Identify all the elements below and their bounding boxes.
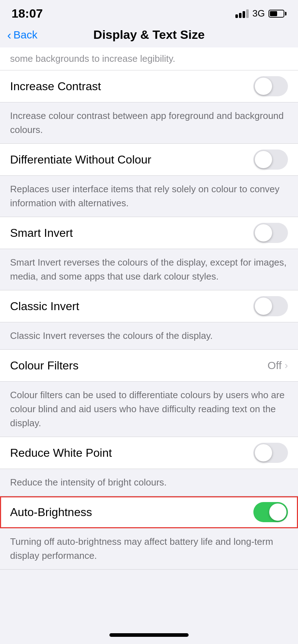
settings-list: Increase ContrastIncrease colour contras… xyxy=(0,70,298,570)
settings-row-classic-invert: Classic Invert xyxy=(0,290,298,322)
toggle-thumb xyxy=(255,224,272,242)
label-reduce-white-point: Reduce White Point xyxy=(10,446,112,460)
description-smart-invert: Smart Invert reverses the colours of the… xyxy=(0,249,298,290)
description-text-reduce-white-point: Reduce the intensity of bright colours. xyxy=(10,477,167,488)
status-right: 3G xyxy=(235,8,286,19)
description-text-smart-invert: Smart Invert reverses the colours of the… xyxy=(10,257,286,282)
toggle-thumb xyxy=(269,503,286,521)
description-classic-invert: Classic Invert reverses the colours of t… xyxy=(0,322,298,350)
description-text-increase-contrast: Increase colour contrast between app for… xyxy=(10,110,284,135)
page-title: Display & Text Size xyxy=(93,28,204,42)
description-text-differentiate-without-colour: Replaces user interface items that rely … xyxy=(10,184,280,208)
toggle-thumb xyxy=(255,151,272,168)
settings-row-smart-invert: Smart Invert xyxy=(0,217,298,249)
toggle-differentiate-without-colour[interactable] xyxy=(253,150,288,170)
description-increase-contrast: Increase colour contrast between app for… xyxy=(0,102,298,144)
description-text-colour-filters: Colour filters can be used to differenti… xyxy=(10,390,285,428)
signal-bars-icon xyxy=(235,9,249,18)
toggle-classic-invert[interactable] xyxy=(253,296,288,316)
label-differentiate-without-colour: Differentiate Without Colour xyxy=(10,153,151,166)
label-classic-invert: Classic Invert xyxy=(10,300,79,313)
label-smart-invert: Smart Invert xyxy=(10,226,73,240)
status-time: 18:07 xyxy=(12,6,43,20)
toggle-thumb xyxy=(255,78,272,95)
description-auto-brightness: Turning off auto-brightness may affect b… xyxy=(0,528,298,570)
battery-icon xyxy=(268,10,286,18)
label-colour-filters: Colour Filters xyxy=(10,359,78,372)
description-differentiate-without-colour: Replaces user interface items that rely … xyxy=(0,176,298,217)
scrolled-content-hint: some backgrounds to increase legibility. xyxy=(0,47,298,70)
scrolled-hint-text: some backgrounds to increase legibility. xyxy=(10,53,175,64)
description-text-classic-invert: Classic Invert reverses the colours of t… xyxy=(10,330,213,341)
chevron-right-icon: › xyxy=(285,360,288,371)
disclosure-value-colour-filters: Off xyxy=(267,359,281,372)
toggle-smart-invert[interactable] xyxy=(253,223,288,243)
settings-row-differentiate-without-colour: Differentiate Without Colour xyxy=(0,144,298,176)
toggle-thumb xyxy=(255,298,272,315)
navigation-bar: ‹ Back Display & Text Size xyxy=(0,24,298,47)
settings-row-colour-filters: Colour FiltersOff› xyxy=(0,350,298,382)
back-label: Back xyxy=(13,29,37,41)
status-bar: 18:07 3G xyxy=(0,0,298,24)
chevron-left-icon: ‹ xyxy=(7,29,11,41)
label-increase-contrast: Increase Contrast xyxy=(10,80,101,93)
settings-row-increase-contrast: Increase Contrast xyxy=(0,70,298,102)
toggle-thumb xyxy=(255,444,272,461)
toggle-increase-contrast[interactable] xyxy=(253,76,288,96)
toggle-reduce-white-point[interactable] xyxy=(253,443,288,463)
settings-row-reduce-white-point: Reduce White Point xyxy=(0,437,298,469)
home-indicator xyxy=(109,633,189,637)
network-label: 3G xyxy=(252,8,265,19)
settings-row-auto-brightness: Auto-Brightness xyxy=(0,496,298,528)
description-text-auto-brightness: Turning off auto-brightness may affect b… xyxy=(10,536,273,561)
description-reduce-white-point: Reduce the intensity of bright colours. xyxy=(0,469,298,496)
label-auto-brightness: Auto-Brightness xyxy=(10,506,92,519)
back-button[interactable]: ‹ Back xyxy=(7,29,37,41)
description-colour-filters: Colour filters can be used to differenti… xyxy=(0,382,298,437)
disclosure-colour-filters[interactable]: Off› xyxy=(267,359,288,372)
toggle-auto-brightness[interactable] xyxy=(253,502,288,522)
